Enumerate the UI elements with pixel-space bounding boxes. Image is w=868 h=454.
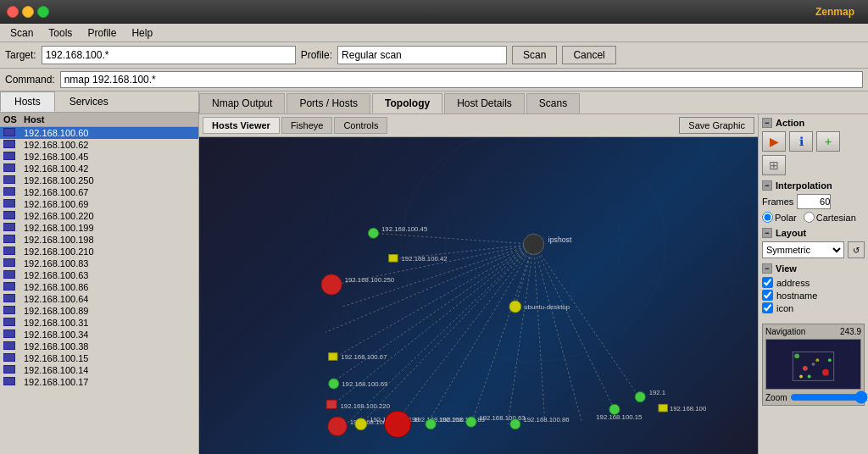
host-row[interactable]: 192.168.100.34 [0,329,198,340]
node-center[interactable] [523,234,543,254]
host-row[interactable]: 192.168.100.14 [0,364,198,376]
node-45[interactable] [368,228,378,238]
address-checkbox[interactable] [762,277,773,288]
icon-checkbox[interactable] [762,302,773,313]
sub-tab-controls[interactable]: Controls [334,117,387,134]
target-input[interactable] [42,46,296,64]
topology-content: Hosts Viewer Fisheye Controls Save Graph… [199,114,868,454]
menu-help[interactable]: Help [125,25,159,41]
host-row[interactable]: 192.168.100.69 [0,198,198,210]
command-input[interactable] [60,71,863,88]
interpolation-collapse[interactable]: − [762,180,772,191]
host-row[interactable]: 192.168.100.210 [0,246,198,257]
sub-tab-hosts-viewer[interactable]: Hosts Viewer [203,117,280,134]
tab-host-details[interactable]: Host Details [444,93,525,114]
node-199[interactable] [328,417,348,436]
minimize-button[interactable] [22,6,34,18]
host-row[interactable]: 192.168.100.89 [0,305,198,317]
maximize-button[interactable] [37,6,49,18]
cartesian-radio[interactable] [804,212,815,223]
host-row[interactable]: 192.168.100.31 [0,317,198,329]
view-collapse[interactable]: − [762,263,772,274]
interpolation-label: Interpolation [776,180,832,191]
nav-minimap[interactable] [765,339,861,390]
action-btn-info[interactable]: ℹ [789,131,813,152]
node-210[interactable] [385,411,411,437]
host-ip: 192.168.100.199 [24,223,195,233]
node-198[interactable] [355,418,367,430]
profile-input[interactable] [337,46,507,64]
tab-scans[interactable]: Scans [526,93,580,114]
frames-input[interactable] [797,194,831,209]
host-os-icon [3,152,24,162]
action-btn-grid[interactable]: ⊞ [762,155,786,175]
save-graphic-button[interactable]: Save Graphic [679,117,754,134]
node-220-box[interactable] [326,400,337,408]
label-83: 192.168.100.83 [439,416,485,424]
host-row[interactable]: 192.168.100.45 [0,151,198,163]
host-row[interactable]: 192.168.100.60 [0,127,198,139]
host-row[interactable]: 192.168.100.63 [0,269,198,281]
svg-line-14 [534,244,545,420]
host-row[interactable]: 192.168.100.220 [0,210,198,222]
host-row[interactable]: 192.168.100.38 [0,340,198,352]
right-panel: Nmap Output Ports / Hosts Topology Host … [199,91,868,454]
host-row[interactable]: 192.168.100.62 [0,139,198,151]
tab-services[interactable]: Services [55,91,123,112]
sub-tab-fisheye[interactable]: Fisheye [281,117,333,134]
profile-label: Profile: [301,49,332,61]
tab-ports-hosts[interactable]: Ports / Hosts [287,93,370,114]
host-row[interactable]: 192.168.100.199 [0,222,198,234]
host-row[interactable]: 192.168.100.83 [0,257,198,269]
host-service-tabs: Hosts Services [0,91,198,113]
zoom-slider[interactable] [790,392,868,402]
host-row[interactable]: 192.168.100.250 [0,174,198,186]
svg-line-13 [508,244,533,424]
host-os-icon [3,211,24,221]
layout-select[interactable]: Symmetric Radial Hierarchical [762,241,844,258]
host-ip: 192.168.100.42 [24,163,195,174]
action-collapse[interactable]: − [762,118,772,128]
svg-line-11 [427,244,534,424]
scan-button[interactable]: Scan [512,46,557,64]
host-os-icon [3,223,24,233]
node-83[interactable] [426,419,436,429]
menu-tools[interactable]: Tools [42,25,79,41]
layout-collapse[interactable]: − [762,228,772,238]
tab-topology[interactable]: Topology [372,93,442,114]
cancel-button[interactable]: Cancel [562,46,615,64]
svg-point-24 [803,366,808,371]
polar-radio[interactable] [762,212,773,223]
host-row[interactable]: 192.168.100.86 [0,281,198,293]
menu-scan[interactable]: Scan [3,25,40,41]
view-label: View [776,263,797,274]
host-row[interactable]: 192.168.100.42 [0,163,198,174]
node-67-box[interactable] [329,353,337,361]
tab-nmap-output[interactable]: Nmap Output [199,93,285,114]
tab-hosts[interactable]: Hosts [0,91,55,112]
hostname-checkbox[interactable] [762,290,773,301]
node-ubuntu[interactable] [509,301,521,313]
host-ip: 192.168.100.69 [24,199,195,209]
host-row[interactable]: 192.168.100.15 [0,352,198,364]
node-86[interactable] [510,419,520,429]
nav-header: Navigation 243.9 [765,327,861,336]
menu-profile[interactable]: Profile [81,25,123,41]
close-button[interactable] [7,6,19,18]
host-row[interactable]: 192.168.100.17 [0,376,198,388]
layout-refresh[interactable]: ↺ [848,241,865,258]
node-63[interactable] [466,417,476,427]
action-btn-play[interactable]: ▶ [762,131,786,152]
action-btn-add[interactable]: + [816,131,840,152]
svg-point-28 [828,358,832,362]
node-101-box[interactable] [659,404,667,412]
node-69[interactable] [329,379,339,389]
topology-map: ipshost 192.168.100.45 192.168.100.42 19… [199,137,758,454]
command-bar: Command: [0,69,868,91]
host-row[interactable]: 192.168.100.64 [0,293,198,305]
node-250[interactable] [321,274,342,295]
node-42-box[interactable] [389,254,398,262]
node-100[interactable] [635,392,645,402]
host-row[interactable]: 192.168.100.67 [0,186,198,198]
host-row[interactable]: 192.168.100.198 [0,234,198,246]
